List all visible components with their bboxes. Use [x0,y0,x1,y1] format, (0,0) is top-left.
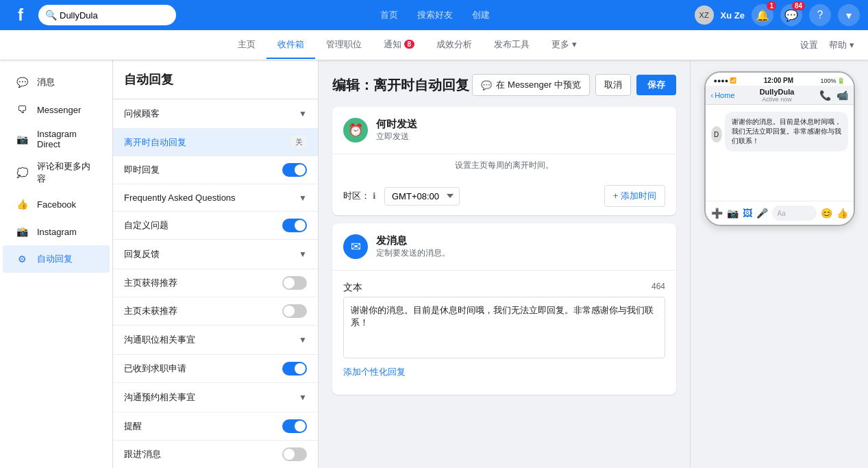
info-icon[interactable]: ℹ [373,191,376,201]
sidebar-label-comments: 评论和更多内容 [37,160,99,185]
phone-call-icon[interactable]: 📞 [819,90,831,101]
sidebar-label-instagram2: Instagram [37,227,77,237]
item-instant-reply[interactable]: 即时回复 [113,156,318,184]
section-header-ask-customers[interactable]: 问候顾客 ▼ [113,99,318,128]
message-textarea[interactable]: 谢谢你的消息。目前是休息时间哦，我们无法立即回复。非常感谢你与我们联系！ [343,297,665,358]
preview-button[interactable]: 💬 在 Messenger 中预览 [472,74,590,96]
toggle-custom-q[interactable] [282,219,307,232]
toggle-job-app[interactable] [282,362,307,375]
toggle-page-not-rec[interactable] [282,304,307,318]
camera-icon[interactable]: 📷 [727,208,739,219]
sidebar-item-instagram2[interactable]: 📸 Instagram [3,218,110,245]
emoji-icon[interactable]: 😊 [821,208,832,219]
photo-icon[interactable]: 🖼 [743,208,752,219]
toggle-followup[interactable] [282,447,307,461]
facebook-icon: 👍 [14,196,30,212]
sidebar-item-facebook[interactable]: 👍 Facebook [3,190,110,218]
phone-video-icon[interactable]: 📹 [836,90,848,101]
top-nav-right: XZ Xu Ze 🔔 1 💬 84 ? ▾ [695,4,860,26]
fb-logo-f: f [18,5,23,25]
subnav-notifications[interactable]: 通知 8 [373,32,426,59]
item-away-reply[interactable]: 离开时自动回复 关 [113,129,318,156]
middle-panel: 自动回复 问候顾客 ▼ 离开时自动回复 关 即时回复 Frequent [113,60,319,468]
subnav-publish[interactable]: 发布工具 [483,32,541,59]
label-instant-reply: 即时回复 [124,164,160,176]
battery-icon: 🔋 [837,77,845,84]
item-custom-q[interactable]: 自定义问题 [113,212,318,239]
sidebar-label-instagram: Instagram Direct [37,129,99,149]
toggle-page-rec[interactable] [282,276,307,290]
help-btn[interactable]: 帮助 ▾ [829,39,854,51]
bell-badge: 1 [767,1,776,10]
sidebar-item-messenger[interactable]: 🗨 Messenger [3,96,110,123]
nav-create[interactable]: 创建 [464,6,498,24]
main-content-area: 编辑：离开时自动回复 💬 在 Messenger 中预览 取消 保存 ⏰ 何时发… [319,60,690,468]
instagram2-icon: 📸 [14,223,30,240]
search-box[interactable]: 🔍 [38,5,176,25]
bell-icon-btn[interactable]: 🔔 1 [752,4,773,26]
section-header-job[interactable]: 沟通职位相关事宜 ▼ [113,325,318,354]
sidebar-item-auto-reply[interactable]: ⚙ 自动回复 [3,245,110,273]
sidebar-item-comments[interactable]: 💭 评论和更多内容 [3,155,110,190]
toggle-reminder[interactable] [282,419,307,433]
sidebar-item-messages[interactable]: 💬 消息 [3,69,110,96]
add-time-button[interactable]: + 添加时间 [604,185,665,207]
subnav-analytics[interactable]: 成效分析 [425,32,483,59]
plus-icon[interactable]: ➕ [711,208,723,219]
phone-text-input[interactable]: Aa [772,206,817,221]
more-icon-btn[interactable]: ▾ [838,4,860,26]
label-faq: Frequently Asked Questions [124,193,236,203]
item-page-rec[interactable]: 主页获得推荐 [113,269,318,297]
label-followup: 跟进'消息 [124,448,161,460]
label-reminder: 提醒 [124,420,142,432]
nav-home[interactable]: 首页 [372,6,406,24]
message-card-header: ✉ 发消息 定制要发送的消息。 [332,223,676,271]
top-navigation: f 🔍 首页 搜索好友 创建 XZ Xu Ze 🔔 1 💬 84 ? ▾ [0,0,868,30]
section-feedback: 回复反馈 ▼ [113,240,318,269]
sender-avatar: D [711,126,722,143]
mic-icon[interactable]: 🎤 [756,208,768,219]
avatar: XZ [695,5,714,25]
back-button[interactable]: ‹ Home [711,91,735,99]
phone-nav-bar: ‹ Home DullyDula Active now 📞 📹 [706,86,854,105]
phone-time: 12:00 PM [764,77,793,84]
sidebar-item-instagram[interactable]: 📷 Instagram Direct [3,123,110,155]
comments-icon: 💭 [14,164,30,181]
subnav-inbox[interactable]: 收件箱 [266,32,315,59]
label-custom-q: 自定义问题 [124,219,169,232]
text-label: 文本 [343,282,362,294]
subnav-home[interactable]: 主页 [227,32,266,59]
help-icon-btn[interactable]: ? [809,4,831,26]
personalize-link[interactable]: 添加个性化回复 [343,360,665,384]
chevron-down-icon-appt: ▼ [299,393,307,402]
section-header-faq[interactable]: Frequently Asked Questions ▼ [113,184,318,211]
section-header-feedback[interactable]: 回复反馈 ▼ [113,240,318,269]
thumb-up-icon[interactable]: 👍 [836,208,848,219]
label-away-reply: 离开时自动回复 [124,136,186,149]
phone-message-area: D 谢谢你的消息。目前是休息时间哦，我们无法立即回复。非常感谢你与我们联系！ [706,105,854,201]
message-icon: ✉ [343,234,368,259]
page-title: 编辑：离开时自动回复 [332,76,469,95]
nav-search-friends[interactable]: 搜索好友 [409,6,461,24]
section-job-app: 已收到求职申请 [113,355,318,383]
timezone-select[interactable]: GMT+08:00 [384,187,460,206]
section-followup: 跟进'消息 [113,441,318,468]
item-followup[interactable]: 跟进'消息 [113,441,318,468]
label-page-rec: 主页获得推荐 [124,277,177,289]
message-icon-btn[interactable]: 💬 84 [780,4,802,26]
main-layout: 💬 消息 🗨 Messenger 📷 Instagram Direct 💭 评论… [0,60,868,468]
item-reminder[interactable]: 提醒 [113,412,318,440]
subnav-jobs[interactable]: 管理职位 [315,32,373,59]
item-job-app[interactable]: 已收到求职申请 [113,355,318,382]
subnav-more[interactable]: 更多 ▾ [541,32,588,59]
save-button[interactable]: 保存 [636,75,676,95]
fb-logo: f [8,3,33,27]
message-card-title: 发消息 [376,234,450,247]
settings-btn[interactable]: 设置 [800,39,818,51]
section-header-appt[interactable]: 沟通预约相关事宜 ▼ [113,383,318,412]
search-input[interactable] [60,10,169,21]
username: Xu Ze [721,10,745,21]
toggle-instant-reply[interactable] [282,163,307,177]
cancel-button[interactable]: 取消 [595,74,631,96]
item-page-not-rec[interactable]: 主页未获推荐 [113,297,318,325]
